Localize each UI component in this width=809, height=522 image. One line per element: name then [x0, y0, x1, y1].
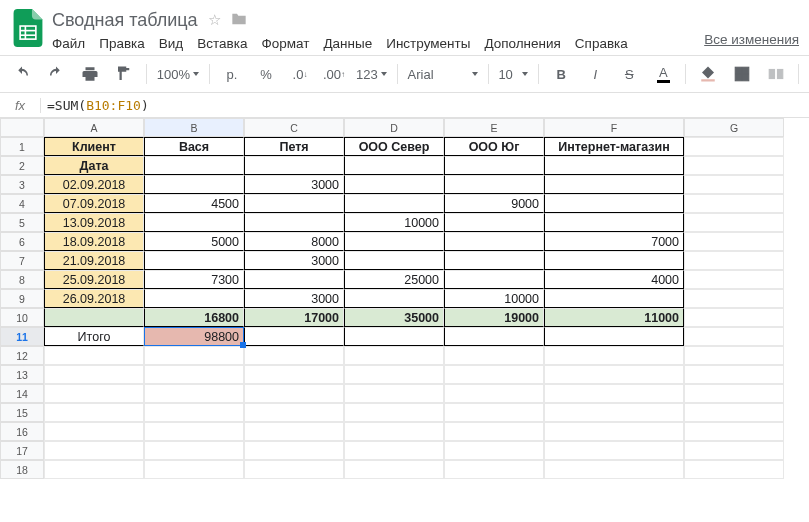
- menu-insert[interactable]: Вставка: [197, 36, 247, 51]
- menu-help[interactable]: Справка: [575, 36, 628, 51]
- redo-btn[interactable]: [40, 61, 72, 87]
- col-e[interactable]: E: [444, 118, 544, 137]
- cell-e6[interactable]: [444, 232, 544, 251]
- cell-b17[interactable]: [144, 441, 244, 460]
- cell-c3[interactable]: 3000: [244, 175, 344, 194]
- cell-g14[interactable]: [684, 384, 784, 403]
- cell-c8[interactable]: [244, 270, 344, 289]
- row-1[interactable]: 1: [0, 137, 44, 156]
- num-format-dropdown[interactable]: 123: [352, 67, 391, 82]
- cell-g6[interactable]: [684, 232, 784, 251]
- cell-a4[interactable]: 07.09.2018: [44, 194, 144, 213]
- col-c[interactable]: C: [244, 118, 344, 137]
- formula-input[interactable]: =SUM(B10:F10): [41, 98, 149, 113]
- cell-c5[interactable]: [244, 213, 344, 232]
- cell-c14[interactable]: [244, 384, 344, 403]
- col-f[interactable]: F: [544, 118, 684, 137]
- cell-f5[interactable]: [544, 213, 684, 232]
- cell-c11[interactable]: [244, 327, 344, 346]
- col-b[interactable]: B: [144, 118, 244, 137]
- cell-f2[interactable]: [544, 156, 684, 175]
- cell-e2[interactable]: [444, 156, 544, 175]
- font-dropdown[interactable]: Arial: [404, 67, 482, 82]
- merge-btn[interactable]: [760, 61, 792, 87]
- menu-data[interactable]: Данные: [323, 36, 372, 51]
- cell-c18[interactable]: [244, 460, 344, 479]
- cell-b13[interactable]: [144, 365, 244, 384]
- cell-d8[interactable]: 25000: [344, 270, 444, 289]
- zoom-dropdown[interactable]: 100%: [153, 67, 203, 82]
- cell-g5[interactable]: [684, 213, 784, 232]
- cell-e8[interactable]: [444, 270, 544, 289]
- cell-a1[interactable]: Клиент: [44, 137, 144, 156]
- cell-d17[interactable]: [344, 441, 444, 460]
- bold-btn[interactable]: B: [545, 61, 577, 87]
- cell-a11[interactable]: Итого: [44, 327, 144, 346]
- cell-a7[interactable]: 21.09.2018: [44, 251, 144, 270]
- cell-d3[interactable]: [344, 175, 444, 194]
- cell-b16[interactable]: [144, 422, 244, 441]
- cell-g7[interactable]: [684, 251, 784, 270]
- cell-f3[interactable]: [544, 175, 684, 194]
- cell-e12[interactable]: [444, 346, 544, 365]
- cell-b9[interactable]: [144, 289, 244, 308]
- menu-addons[interactable]: Дополнения: [484, 36, 560, 51]
- cell-b7[interactable]: [144, 251, 244, 270]
- cell-d11[interactable]: [344, 327, 444, 346]
- cell-e1[interactable]: ООО Юг: [444, 137, 544, 156]
- cell-g1[interactable]: [684, 137, 784, 156]
- cell-f6[interactable]: 7000: [544, 232, 684, 251]
- cell-e16[interactable]: [444, 422, 544, 441]
- cell-f16[interactable]: [544, 422, 684, 441]
- row-14[interactable]: 14: [0, 384, 44, 403]
- cell-f8[interactable]: 4000: [544, 270, 684, 289]
- cell-d15[interactable]: [344, 403, 444, 422]
- cell-e4[interactable]: 9000: [444, 194, 544, 213]
- cell-e9[interactable]: 10000: [444, 289, 544, 308]
- text-color-btn[interactable]: A: [647, 61, 679, 87]
- cell-d7[interactable]: [344, 251, 444, 270]
- cell-e13[interactable]: [444, 365, 544, 384]
- cell-e10[interactable]: 19000: [444, 308, 544, 327]
- row-12[interactable]: 12: [0, 346, 44, 365]
- cell-g13[interactable]: [684, 365, 784, 384]
- cell-d5[interactable]: 10000: [344, 213, 444, 232]
- cell-c15[interactable]: [244, 403, 344, 422]
- cell-a16[interactable]: [44, 422, 144, 441]
- cell-g15[interactable]: [684, 403, 784, 422]
- cell-g3[interactable]: [684, 175, 784, 194]
- cell-c12[interactable]: [244, 346, 344, 365]
- col-a[interactable]: A: [44, 118, 144, 137]
- print-btn[interactable]: [74, 61, 106, 87]
- cell-c7[interactable]: 3000: [244, 251, 344, 270]
- cell-e3[interactable]: [444, 175, 544, 194]
- row-7[interactable]: 7: [0, 251, 44, 270]
- cell-e14[interactable]: [444, 384, 544, 403]
- cell-d18[interactable]: [344, 460, 444, 479]
- fill-handle[interactable]: [240, 342, 246, 348]
- cell-e15[interactable]: [444, 403, 544, 422]
- grid[interactable]: A B C D E F G 1 Клиент Вася Петя ООО Сев…: [0, 118, 809, 479]
- borders-btn[interactable]: [726, 61, 758, 87]
- cell-f4[interactable]: [544, 194, 684, 213]
- cell-f18[interactable]: [544, 460, 684, 479]
- cell-d13[interactable]: [344, 365, 444, 384]
- cell-f7[interactable]: [544, 251, 684, 270]
- select-all-corner[interactable]: [0, 118, 44, 137]
- cell-c4[interactable]: [244, 194, 344, 213]
- undo-btn[interactable]: [6, 61, 38, 87]
- cell-g8[interactable]: [684, 270, 784, 289]
- dec-decrease-btn[interactable]: .0↓: [284, 61, 316, 87]
- cell-c1[interactable]: Петя: [244, 137, 344, 156]
- cell-e7[interactable]: [444, 251, 544, 270]
- cell-a2[interactable]: Дата: [44, 156, 144, 175]
- cell-e11[interactable]: [444, 327, 544, 346]
- cell-e18[interactable]: [444, 460, 544, 479]
- cell-a14[interactable]: [44, 384, 144, 403]
- cell-b2[interactable]: [144, 156, 244, 175]
- cell-b18[interactable]: [144, 460, 244, 479]
- cell-d10[interactable]: 35000: [344, 308, 444, 327]
- cell-g10[interactable]: [684, 308, 784, 327]
- cell-g11[interactable]: [684, 327, 784, 346]
- cell-a10[interactable]: [44, 308, 144, 327]
